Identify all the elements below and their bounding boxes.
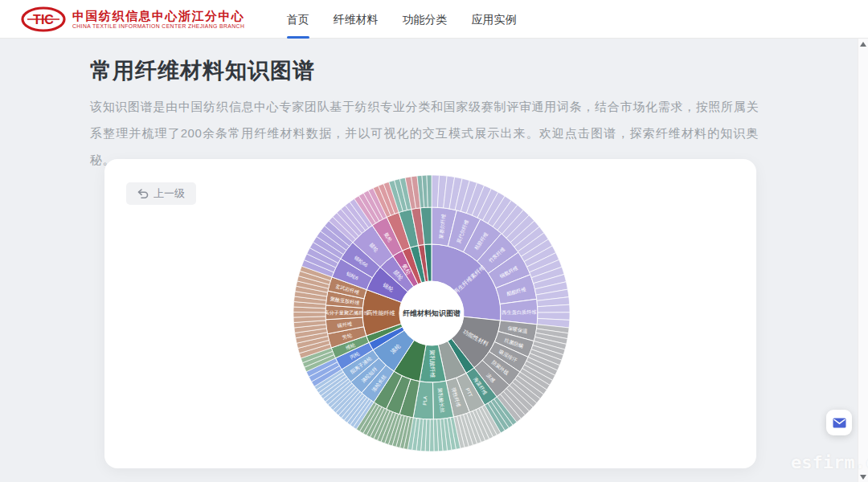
watermark-text: esfirm.co	[791, 452, 868, 472]
scroll-up-arrow-icon[interactable]	[860, 42, 866, 47]
envelope-icon	[833, 418, 846, 428]
logo-text: 中国纺织信息中心浙江分中心 CHINA TEXTILE INFORMATION …	[72, 9, 245, 30]
main-nav: 首页 纤维材料 功能分类 应用实例	[285, 0, 539, 39]
scroll-down-arrow-icon[interactable]	[860, 475, 866, 480]
sunburst-chart[interactable]: 莱赛尔纤维莫代尔纤维粘胶纤维竹浆纤维铜氨纤维醋酯纤维再生蛋白质纤维再生纤维素纤维…	[287, 169, 576, 458]
site-logo[interactable]: TIC 中国纺织信息中心浙江分中心 CHINA TEXTILE INFORMAT…	[21, 6, 245, 32]
svg-text:PLA: PLA	[421, 395, 428, 406]
svg-text:纤维材料知识图谱: 纤维材料知识图谱	[403, 309, 461, 317]
contact-mail-button[interactable]	[826, 410, 852, 435]
nav-item-function-categories[interactable]: 功能分类	[401, 0, 449, 39]
logo-subtitle: CHINA TEXTILE INFORMATION CENTER ZHEJIAN…	[72, 22, 245, 30]
undo-arrow-icon	[137, 189, 149, 198]
top-navbar: TIC 中国纺织信息中心浙江分中心 CHINA TEXTILE INFORMAT…	[0, 0, 868, 39]
nav-item-fiber-materials[interactable]: 纤维材料	[332, 0, 380, 39]
page-content: 常用纤维材料知识图谱 该知识图谱是由中国纺织信息中心专家团队基于纺织专业分类和国…	[0, 39, 868, 482]
vertical-scrollbar[interactable]	[858, 39, 868, 482]
page-title: 常用纤维材料知识图谱	[90, 56, 315, 85]
nav-item-application-examples[interactable]: 应用实例	[470, 0, 518, 39]
back-to-parent-button[interactable]: 上一级	[126, 182, 196, 205]
back-button-label: 上一级	[154, 186, 185, 201]
logo-title: 中国纺织信息中心浙江分中心	[72, 9, 245, 22]
nav-item-home[interactable]: 首页	[285, 0, 311, 39]
tic-logo-icon: TIC	[21, 6, 66, 32]
knowledge-graph-card: 上一级 莱赛尔纤维莫代尔纤维粘胶纤维竹浆纤维铜氨纤维醋酯纤维再生蛋白质纤维再生纤…	[104, 159, 756, 468]
